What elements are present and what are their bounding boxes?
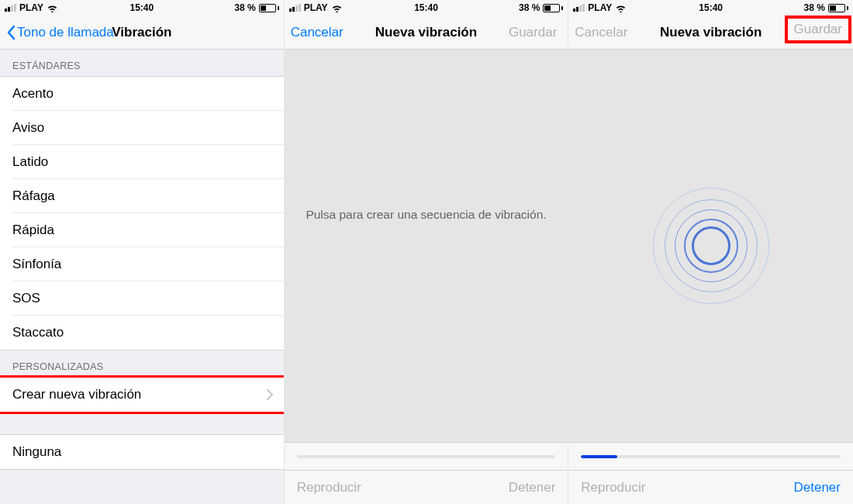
- list-item[interactable]: Sínfonía: [0, 247, 284, 281]
- stop-button[interactable]: Detener: [793, 480, 840, 495]
- list-item[interactable]: Acento: [0, 77, 284, 111]
- tap-ripple-icon: [645, 180, 777, 312]
- phone-screen-vibration-list: PLAY 15:40 38 % Tono de llamada: [0, 0, 285, 504]
- cancel-button[interactable]: Cancelar: [291, 25, 344, 40]
- nav-bar: Cancelar Nueva vibración Guardar: [568, 16, 853, 50]
- status-left: PLAY: [5, 2, 58, 13]
- nav-back-label: Tono de llamada: [17, 25, 114, 40]
- battery-percent: 38 %: [804, 2, 825, 13]
- chevron-right-icon: [267, 389, 273, 400]
- standard-group: Acento Aviso Latido Ráfaga Rápida Sínfon…: [0, 76, 284, 350]
- signal-bars-icon: [5, 4, 16, 12]
- save-button: Guardar: [509, 25, 557, 40]
- play-button: Reproducir: [581, 480, 645, 495]
- phone-screen-new-vibration-empty: PLAY 15:40 38 % Cancelar Nueva vibración…: [285, 0, 569, 504]
- status-right: 38 %: [234, 2, 278, 13]
- stop-button: Detener: [509, 480, 555, 495]
- battery-icon: [543, 4, 563, 12]
- section-header-standard: ESTÁNDARES: [0, 50, 284, 76]
- nav-title: Nueva vibración: [375, 25, 477, 40]
- nav-bar: Tono de llamada Vibración: [0, 16, 284, 50]
- list-item[interactable]: Ráfaga: [0, 179, 284, 213]
- carrier-label: PLAY: [588, 2, 612, 13]
- nav-title: Nueva vibración: [660, 25, 761, 40]
- section-header-custom: PERSONALIZADAS: [0, 350, 284, 377]
- nav-title: Vibración: [112, 25, 171, 40]
- status-bar: PLAY 15:40 38 %: [568, 0, 853, 16]
- progress-bar: [568, 442, 853, 470]
- list-item-none[interactable]: Ninguna: [0, 435, 284, 469]
- nav-back[interactable]: Tono de llamada: [6, 16, 114, 50]
- signal-bars-icon: [573, 4, 585, 12]
- phone-screen-new-vibration-active: PLAY 15:40 38 % Cancelar Nueva vibración…: [568, 0, 853, 504]
- carrier-label: PLAY: [19, 2, 43, 13]
- battery-percent: 38 %: [519, 2, 540, 13]
- status-bar: PLAY 15:40 38 %: [0, 0, 284, 16]
- tap-canvas[interactable]: [568, 50, 853, 442]
- progress-bar: [285, 442, 568, 470]
- save-button-highlight[interactable]: Guardar: [788, 19, 848, 40]
- signal-bars-icon: [289, 4, 301, 12]
- status-time: 15:40: [699, 2, 723, 13]
- list-item[interactable]: Aviso: [0, 111, 284, 145]
- status-time: 15:40: [414, 2, 438, 13]
- wifi-icon: [331, 4, 343, 12]
- list-item[interactable]: Rápida: [0, 213, 284, 247]
- list-item[interactable]: Staccato: [0, 316, 284, 350]
- playback-toolbar: Reproducir Detener: [285, 470, 568, 504]
- create-vibration-label: Crear nueva vibración: [12, 387, 141, 402]
- battery-icon: [259, 4, 279, 12]
- cancel-button: Cancelar: [575, 25, 627, 40]
- status-bar: PLAY 15:40 38 %: [285, 0, 568, 16]
- nav-bar: Cancelar Nueva vibración Guardar: [285, 16, 568, 50]
- tap-canvas[interactable]: Pulsa para crear una secuencia de vibrac…: [285, 50, 568, 442]
- tap-prompt: Pulsa para crear una secuencia de vibrac…: [290, 208, 561, 222]
- list-item[interactable]: SOS: [0, 281, 284, 316]
- status-time: 15:40: [130, 2, 154, 13]
- play-button: Reproducir: [297, 480, 361, 495]
- chevron-left-icon: [6, 25, 16, 40]
- carrier-label: PLAY: [304, 2, 328, 13]
- wifi-icon: [615, 4, 627, 12]
- wifi-icon: [47, 4, 58, 12]
- none-group: Ninguna: [0, 434, 284, 470]
- save-button: Guardar: [794, 22, 842, 37]
- battery-icon: [828, 4, 848, 12]
- battery-percent: 38 %: [234, 2, 255, 13]
- settings-list: ESTÁNDARES Acento Aviso Latido Ráfaga Rá…: [0, 50, 284, 504]
- list-item[interactable]: Latido: [0, 145, 284, 179]
- playback-toolbar: Reproducir Detener: [568, 470, 853, 504]
- create-vibration-cell[interactable]: Crear nueva vibración: [0, 377, 284, 413]
